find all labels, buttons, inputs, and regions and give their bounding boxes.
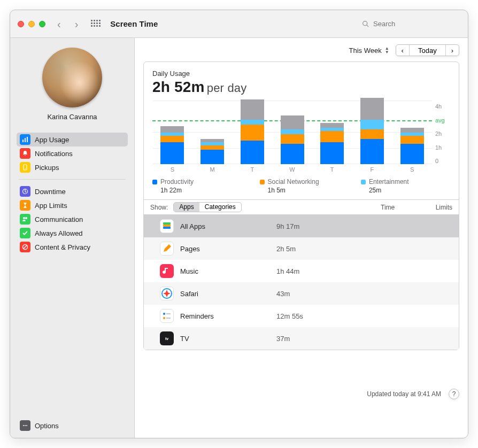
app-name: TV [180,335,276,343]
svg-rect-4 [27,137,28,142]
table-row[interactable]: Safari43m [144,282,459,305]
bar-f [352,101,392,164]
sidebar: Karina Cavanna App Usage Notifications P… [10,38,135,438]
window-controls [18,21,45,27]
bar-w [272,101,312,164]
hourglass-icon [20,200,30,211]
table-row[interactable]: Pages2h 5m [144,237,459,260]
svg-rect-16 [163,225,171,227]
svg-point-20 [163,313,165,315]
svg-point-0 [363,21,367,26]
app-name: Reminders [180,312,276,320]
table-row[interactable]: tvTV37m [144,327,459,350]
sidebar-item-content-privacy[interactable]: Content & Privacy [17,240,128,254]
people-icon [20,214,30,225]
search-field[interactable] [359,18,460,30]
svg-rect-2 [22,140,24,142]
svg-point-12 [23,425,24,426]
sidebar-item-app-usage[interactable]: App Usage [17,133,128,146]
hand-tap-icon [20,162,30,173]
date-controls: This Week ▲▼ ‹ Today › [135,38,468,61]
nav-arrows: ‹ › [57,19,78,29]
app-time: 12m 55s [276,312,303,320]
app-icon [160,242,174,256]
sidebar-item-label: App Limits [35,202,67,210]
search-input[interactable] [372,19,457,28]
close-window-button[interactable] [18,21,24,27]
sidebar-item-label: App Usage [35,136,69,144]
app-time: 37m [276,335,290,343]
app-time: 43m [276,290,290,298]
forward-button[interactable]: › [75,19,79,29]
table-header: Show: Apps Categories Time Limits [144,200,459,215]
help-button[interactable]: ? [449,389,459,399]
svg-line-1 [367,25,368,27]
sidebar-item-label: Notifications [35,150,73,158]
svg-rect-15 [163,227,171,229]
sidebar-item-notifications[interactable]: Notifications [17,146,128,160]
col-limits: Limits [420,204,452,211]
app-time: 9h 17m [276,222,299,230]
app-icon [160,264,174,278]
sidebar-item-label: Pickups [35,164,59,172]
tab-categories[interactable]: Categories [199,203,241,212]
svg-point-14 [26,425,27,426]
window-title: Screen Time [110,19,158,28]
sidebar-item-app-limits[interactable]: App Limits [17,198,128,212]
bar-m [192,101,233,164]
sidebar-item-pickups[interactable]: Pickups [17,160,128,174]
table-row[interactable]: Reminders12m 55s [144,305,459,327]
daily-usage-value: 2h 52mper day [152,79,450,96]
bar-s [152,101,192,164]
range-popup[interactable]: This Week ▲▼ [349,47,392,55]
footer: Updated today at 9:41 AM ? [135,350,468,438]
tab-apps[interactable]: Apps [174,203,199,212]
usage-chart: 4havg2h1h0 [152,101,450,164]
sidebar-item-label: Always Allowed [35,229,83,237]
sidebar-item-label: Options [35,422,59,430]
daily-usage-label: Daily Usage [152,69,450,78]
chart-bar-icon [20,134,30,145]
prev-button[interactable]: ‹ [396,45,409,56]
app-time: 2h 5m [276,245,296,253]
app-time: 1h 44m [276,267,299,275]
table-row[interactable]: All Apps9h 17m [144,215,459,237]
screen-time-window: ‹ › Screen Time Karina Cavanna App Usage [10,10,468,438]
sidebar-item-options[interactable]: Options [17,419,128,432]
sidebar-item-communication[interactable]: Communication [17,212,128,226]
toolbar: ‹ › Screen Time [10,10,468,38]
zoom-window-button[interactable] [39,21,45,27]
next-button[interactable]: › [446,45,459,56]
legend-item: Entertainment25m [361,178,450,194]
legend-item: Social Networking1h 5m [260,178,361,194]
avatar[interactable] [42,48,102,107]
app-icon [160,219,174,233]
svg-point-6 [25,168,25,169]
sidebar-item-always-allowed[interactable]: Always Allowed [17,226,128,240]
col-time: Time [336,204,416,211]
table-row[interactable]: Music1h 44m [144,260,459,282]
sidebar-item-label: Downtime [35,188,66,196]
sidebar-item-downtime[interactable]: Downtime [17,184,128,198]
user-name: Karina Cavanna [17,113,128,121]
ellipsis-icon [20,420,30,431]
svg-point-21 [163,317,165,319]
checkmark-seal-icon [20,228,30,238]
range-label: This Week [349,47,382,55]
apps-grid-icon[interactable] [91,20,99,28]
app-icon: tv [160,331,174,345]
updated-label: Updated today at 9:41 AM [367,390,441,398]
usage-card: Daily Usage 2h 52mper day 4havg2h1h0 SMT… [143,61,459,350]
today-button[interactable]: Today [410,45,445,56]
svg-point-8 [23,217,25,219]
chart-legend: Productivity1h 22mSocial Networking1h 5m… [152,178,450,194]
show-toggle: Apps Categories [173,202,241,212]
app-icon [160,309,174,323]
main-panel: This Week ▲▼ ‹ Today › Daily Usage 2h 52… [135,38,468,438]
minimize-window-button[interactable] [28,21,35,27]
bar-s [392,101,432,164]
back-button[interactable]: ‹ [57,19,61,29]
svg-rect-17 [163,222,171,225]
show-label: Show: [150,204,168,211]
app-name: All Apps [180,222,276,230]
